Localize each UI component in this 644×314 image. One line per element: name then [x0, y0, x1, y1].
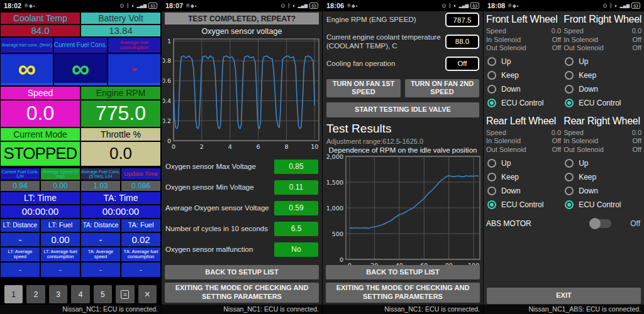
- svg-text:2,000: 2,000: [326, 154, 343, 160]
- radio-selected-icon: [487, 200, 496, 209]
- avg-fuel-5min-value: ∞: [1, 54, 53, 85]
- ta-avg-fuel-value: -: [121, 263, 160, 277]
- tab-1[interactable]: 1: [4, 285, 23, 303]
- ta-avg-fuel-header: TA: Average fuel consumption: [121, 247, 160, 261]
- radio-keep-front-left[interactable]: Keep: [486, 71, 561, 80]
- stat-current-fuel-header: Current Fuel Cons. L/H: [1, 168, 40, 180]
- tab-4[interactable]: 4: [71, 285, 89, 303]
- clock-text: 18:07: [165, 2, 183, 9]
- svg-text:4: 4: [228, 143, 232, 150]
- out-solenoid-value: Off: [552, 44, 561, 53]
- radio-icon: [487, 173, 496, 181]
- alarm-icon: ⊙: [280, 3, 286, 9]
- exit-mode-button[interactable]: EXITING THE MODE OF CHECKING AND SETTING…: [165, 283, 319, 303]
- radio-down-rear-right[interactable]: Down: [564, 186, 641, 195]
- out-solenoid-value: Off: [552, 146, 561, 154]
- wheel-title: Rear Left Wheel: [486, 116, 561, 127]
- result-label: Oxygen sensor malfunction: [165, 246, 253, 253]
- radio-icon: [487, 187, 496, 195]
- radio-keep-front-right[interactable]: Keep: [564, 71, 641, 80]
- battery-icon: 63: [309, 3, 318, 9]
- status-bar: 18:08 ※◆▪ ⊙ ᛒ ◐ ▂▄▆ 63: [484, 0, 644, 11]
- ta-distance-header: TA: Distance: [81, 219, 120, 232]
- signal-icon: ▂▄▆: [136, 3, 147, 8]
- avg-fuel-value: -: [108, 54, 160, 85]
- result-row: Oxygen sensor Max Voltage 0.85: [165, 159, 318, 174]
- ta-avg-speed-header: TA: Average speed: [81, 247, 120, 261]
- start-idle-valve-test-button[interactable]: START TESTING IDLE VALVE: [326, 102, 479, 117]
- lt-fuel-header: LT: Fuel: [41, 219, 80, 232]
- svg-text:1: 1: [167, 38, 171, 45]
- speed-value: 0.0: [552, 129, 561, 138]
- radio-up-rear-right[interactable]: Up: [564, 158, 641, 168]
- battery-volt-value: 13.84: [81, 25, 160, 36]
- stat-current-fuel-value: 0.94: [1, 181, 40, 191]
- exit-mode-button[interactable]: EXITING THE MODE OF CHECKING AND SETTING…: [326, 283, 480, 303]
- in-solenoid-label: In Solenoid: [486, 137, 521, 146]
- tab-5[interactable]: 5: [94, 285, 112, 303]
- wheel-title: Rear Right Wheel: [564, 116, 641, 127]
- close-icon: ×: [145, 289, 150, 300]
- radio-down-front-left[interactable]: Down: [486, 85, 561, 94]
- rear-left-wheel-section: Rear Left Wheel Speed0.0 In SolenoidOff …: [486, 114, 561, 210]
- rpm-idle-valve-chart: 02040608010005001,0001,5002,000: [323, 154, 483, 271]
- bluetooth-icon: ᛒ: [448, 3, 452, 9]
- back-to-setup-button[interactable]: BACK TO SETUP LIST: [165, 265, 319, 279]
- radio-ecu-control-front-right[interactable]: ECU Control: [564, 99, 641, 108]
- svg-text:0.8: 0.8: [163, 57, 171, 64]
- close-button[interactable]: ×: [138, 285, 157, 303]
- tab-3[interactable]: 3: [49, 285, 67, 303]
- in-solenoid-value: Off: [633, 36, 641, 45]
- coolant-temp-header: Coolant Temp: [1, 13, 80, 24]
- stat-avg-speed-header: Average Speed (5 min): [41, 168, 80, 180]
- radio-ecu-control-rear-right[interactable]: ECU Control: [564, 200, 641, 209]
- result-value-badge: 0.11: [274, 180, 318, 195]
- speed-label: Speed: [564, 27, 584, 36]
- speed-value: 0.0: [632, 129, 641, 138]
- ta-avg-speed-value: -: [81, 263, 120, 277]
- result-value-badge: 0.59: [274, 201, 318, 215]
- radio-keep-rear-left[interactable]: Keep: [486, 172, 561, 181]
- abs-motor-toggle[interactable]: [590, 219, 611, 228]
- fan-2nd-speed-button[interactable]: TURN ON FAN 2ND SPEED: [405, 79, 479, 97]
- abs-control-panel: 18:08 ※◆▪ ⊙ ᛒ ◐ ▂▄▆ 63 Front Left Wheel …: [483, 0, 644, 314]
- journal-button[interactable]: ≡: [116, 285, 134, 303]
- connection-status: Nissan_NC1: ECU is connected.: [323, 305, 483, 314]
- radio-keep-rear-right[interactable]: Keep: [564, 172, 641, 181]
- back-to-setup-button[interactable]: BACK TO SETUP LIST: [326, 265, 480, 279]
- result-value-badge: 6.5: [274, 222, 318, 236]
- wheel-title: Front Left Wheel: [486, 14, 561, 25]
- radio-up-rear-left[interactable]: Up: [486, 158, 561, 168]
- clock-text: 18:06: [326, 2, 344, 9]
- result-label: Oxygen sensor Min Voltage: [165, 183, 254, 191]
- speed-label: Speed: [564, 129, 584, 138]
- vibrate-icon: ◐: [131, 3, 135, 9]
- vibrate-icon: ◐: [292, 3, 296, 9]
- radio-up-front-left[interactable]: Up: [486, 57, 561, 67]
- tab-bar: 1 2 3 4 5 ≡ ×: [4, 285, 157, 303]
- radio-down-front-right[interactable]: Down: [564, 85, 641, 94]
- out-solenoid-label: Out Solenoid: [564, 44, 604, 53]
- svg-text:0.4: 0.4: [163, 97, 171, 104]
- speed-value: 0.0: [552, 27, 561, 36]
- fan-1st-speed-button[interactable]: TURN ON FAN 1ST SPEED: [326, 79, 401, 97]
- journal-icon: ≡: [121, 290, 129, 299]
- throttle-header: Throttle %: [81, 128, 160, 141]
- radio-ecu-control-rear-left[interactable]: ECU Control: [486, 200, 561, 209]
- radio-ecu-control-front-left[interactable]: ECU Control: [486, 99, 561, 108]
- exit-button[interactable]: EXIT: [487, 288, 641, 304]
- speed-label: Speed: [486, 27, 506, 36]
- radio-icon: [487, 57, 496, 66]
- signal-icon: ▂▄▆: [458, 3, 469, 8]
- svg-text:0: 0: [172, 143, 175, 150]
- test-completed-banner[interactable]: TEST COMPLETED, REPEAT?: [165, 13, 319, 24]
- radio-selected-icon: [487, 99, 496, 107]
- result-row: Oxygen sensor Min Voltage 0.11: [165, 180, 318, 195]
- radio-icon: [487, 71, 496, 80]
- coolant-temp-field-label: Current engine coolant temperature (COOL…: [326, 33, 443, 51]
- tab-2[interactable]: 2: [26, 285, 45, 303]
- result-label: Number of cycles in 10 seconds: [165, 225, 268, 232]
- radio-up-front-right[interactable]: Up: [564, 57, 641, 67]
- radio-down-rear-left[interactable]: Down: [486, 186, 561, 195]
- speed-label: Speed: [486, 129, 506, 138]
